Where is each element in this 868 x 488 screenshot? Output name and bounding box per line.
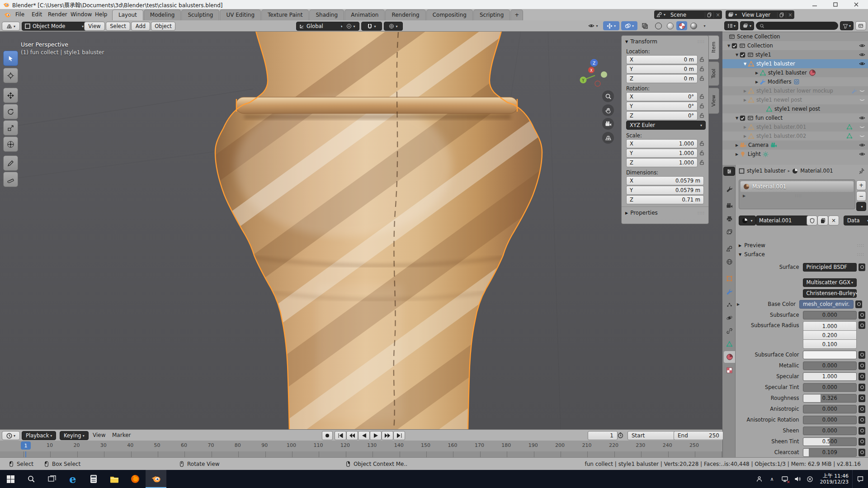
menu-view[interactable]: View (84, 22, 105, 31)
tab-sculpting[interactable]: Sculpting (181, 9, 219, 20)
tool-select-box[interactable] (3, 51, 18, 66)
node-dot-button[interactable] (859, 362, 865, 370)
viewport-canvas[interactable]: User Perspective (1) fun collect | style… (0, 31, 722, 429)
base-color-texture-field[interactable]: mesh_color_envir.. (799, 300, 854, 309)
timeline-ruler[interactable]: 1020304050607080901001101201301401501601… (0, 441, 722, 452)
node-dot-button[interactable] (859, 394, 865, 402)
filter-id-dropdown[interactable]: ▾ (740, 21, 754, 30)
browse-material-button[interactable]: ▾ (739, 216, 756, 225)
outliner-row-scene-collection[interactable]: Scene Collection (722, 32, 868, 41)
menu-edit[interactable]: Edit (28, 9, 46, 20)
outliner-row-style1-baluster-data[interactable]: ▶ style1 baluster (722, 68, 868, 77)
tab-shading[interactable]: Shading (309, 9, 344, 20)
lock-icon[interactable] (698, 150, 706, 156)
checkbox-icon[interactable] (731, 43, 737, 49)
lock-icon[interactable] (698, 113, 706, 118)
new-collection-button[interactable] (855, 21, 866, 30)
specular-slider[interactable]: 1.000 (803, 372, 857, 381)
lock-icon[interactable] (698, 141, 706, 146)
node-dot-button[interactable] (859, 373, 865, 380)
expand-arrow[interactable]: ▶ (754, 71, 760, 75)
surface-section-header[interactable]: ▼Surface :::: (735, 250, 868, 259)
scale-z-field[interactable]: Z1.000 (626, 158, 698, 167)
tab-physics[interactable] (724, 312, 735, 324)
rotation-x-field[interactable]: X0° (626, 92, 698, 101)
distribution-dropdown[interactable]: Multiscatter GGX▾ (803, 278, 857, 287)
rotation-mode-dropdown[interactable]: XYZ Euler▾ (626, 121, 706, 130)
tool-cursor-3d[interactable] (3, 68, 18, 83)
viewport-3d[interactable]: ▾ Object Mode ▾ View Select Add Object G… (0, 20, 723, 429)
tab-scripting[interactable]: Scripting (473, 9, 510, 20)
dimensions-z-field[interactable]: Z0.71 m (626, 195, 704, 204)
new-material-copy-button[interactable] (817, 216, 828, 225)
data-dropdown[interactable]: Data▾ (844, 216, 868, 225)
tool-rotate[interactable] (3, 104, 18, 119)
perspective-toggle-button[interactable] (602, 132, 614, 144)
jump-to-start-button[interactable] (335, 431, 346, 440)
node-dot-button[interactable] (859, 263, 865, 271)
transform-orientation-dropdown[interactable]: Global ▾ (296, 22, 346, 31)
checkbox-icon[interactable] (740, 115, 745, 121)
sidebar-tab-view[interactable]: View (708, 88, 719, 114)
tab-texture[interactable] (724, 364, 735, 376)
breadcrumb-object[interactable]: style1 baluster (747, 168, 786, 174)
start-frame-field[interactable]: Start1 (627, 431, 681, 440)
tray-expand-icon[interactable]: ∧ (766, 470, 778, 488)
expand-arrow[interactable]: ▶ (734, 143, 740, 147)
proportional-edit-dropdown[interactable]: ▾ (384, 22, 403, 31)
expand-arrow[interactable]: ▼ (734, 116, 740, 120)
menu-select[interactable]: Select (106, 22, 130, 31)
view-layer-selector[interactable]: ▾ View Layer × (726, 10, 794, 19)
shading-rendered-button[interactable] (688, 21, 699, 30)
properties-subpanel-header[interactable]: Properties (630, 210, 658, 216)
minimize-button[interactable] (806, 0, 824, 9)
editor-type-button[interactable]: ▾ (2, 22, 20, 31)
eye-icon[interactable] (859, 115, 865, 121)
outliner-row-baluster-001[interactable]: ▶ style1 baluster.001 (722, 122, 868, 131)
tab-particles[interactable] (724, 299, 735, 310)
subsurface-slider[interactable]: 0.000 (803, 311, 857, 319)
eye-icon[interactable] (859, 42, 865, 49)
subsurface-color-swatch[interactable] (803, 351, 857, 359)
lock-icon[interactable] (698, 75, 706, 81)
jump-prev-keyframe-button[interactable] (346, 431, 358, 440)
file-explorer-icon[interactable] (104, 470, 125, 488)
expand-arrow[interactable]: ▼ (734, 53, 740, 57)
clearcoat-slider[interactable]: 0.109 (803, 448, 857, 457)
copy-icon[interactable] (777, 12, 786, 18)
tab-animation[interactable]: Animation (344, 9, 385, 20)
navigation-gizmo[interactable]: Z X Y (578, 57, 610, 90)
unlink-material-button[interactable]: × (828, 216, 839, 225)
outliner-row-fun-collect[interactable]: ▼ fun collect (722, 113, 868, 122)
lock-icon[interactable] (698, 103, 706, 109)
tab-compositing[interactable]: Compositing (426, 9, 473, 20)
snap-magnet-button[interactable]: ▾ (361, 22, 382, 31)
jump-next-keyframe-button[interactable] (382, 431, 393, 440)
current-frame-field[interactable]: 1 (588, 431, 618, 440)
playhead[interactable] (25, 451, 26, 458)
material-slot-selected[interactable]: Material.001 (741, 181, 854, 192)
expand-arrow[interactable]: ▶ (737, 302, 741, 306)
node-dot-button[interactable] (859, 405, 865, 413)
expand-arrow[interactable]: ▶ (742, 125, 748, 129)
rotation-z-field[interactable]: Z0° (626, 111, 698, 120)
jump-to-end-button[interactable] (393, 431, 405, 440)
keying-menu[interactable]: Keying▾ (60, 431, 89, 440)
expand-arrow[interactable]: ▶ (742, 134, 748, 138)
maximize-button[interactable] (826, 0, 844, 9)
metallic-slider[interactable]: 0.000 (803, 361, 857, 370)
use-preview-range-icon[interactable] (616, 431, 625, 439)
show-gizmo-toggle[interactable]: ▾ (603, 21, 619, 30)
node-dot-button[interactable] (859, 321, 865, 329)
sheen-slider[interactable]: 0.000 (803, 427, 857, 435)
eye-closed-icon[interactable] (859, 124, 865, 130)
tab-output[interactable] (724, 213, 735, 225)
location-y-field[interactable]: Y0 m (626, 65, 698, 74)
eye-closed-icon[interactable] (859, 88, 865, 94)
taskbar-clock[interactable]: 上午 11:46 2019/12/23 (816, 473, 852, 485)
lock-icon[interactable] (698, 160, 706, 165)
outliner-row-baluster-002[interactable]: ▶ style1 baluster.002 (722, 131, 868, 141)
play-reverse-button[interactable] (358, 431, 370, 440)
play-button[interactable] (370, 431, 382, 440)
sidebar-tab-tool[interactable]: Tool (708, 61, 719, 86)
